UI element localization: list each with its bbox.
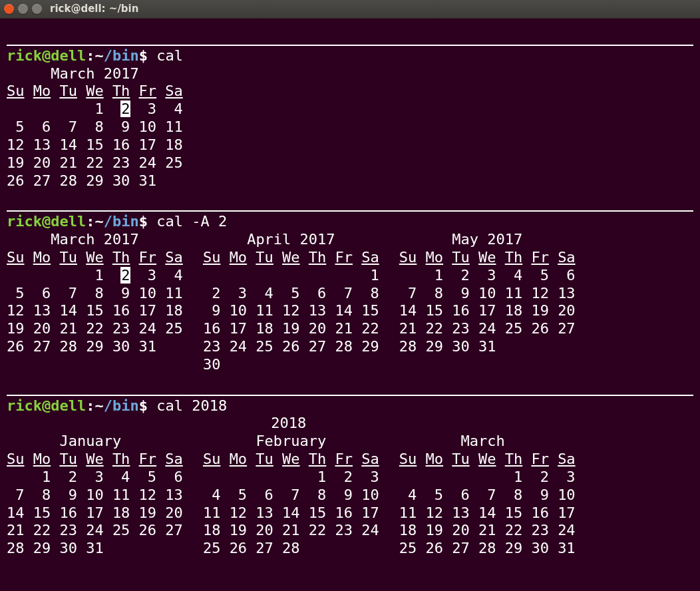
calendar-block: March 2017 Su Mo Tu We Th Fr Sa 1 2 3 4 … (7, 65, 693, 190)
prompt-user: rick (7, 47, 42, 64)
calendar-day: 19 (531, 302, 548, 320)
calendar-day: 4 (165, 267, 182, 285)
calendar-week-row: 2 3 4 5 6 7 8 (203, 285, 379, 303)
calendar-day: 19 (7, 320, 24, 338)
calendar-day (256, 267, 273, 285)
calendar-week-row: 11 12 13 14 15 16 17 (203, 504, 379, 522)
calendar-day: 17 (361, 504, 379, 522)
calendar-day: 30 (112, 172, 130, 190)
calendar-day (7, 356, 24, 374)
calendar-day: 8 (309, 487, 326, 504)
calendar-day (165, 172, 182, 190)
calendar-week-row: 12 13 14 15 16 17 18 (7, 302, 183, 320)
calendar-day: 22 (309, 522, 326, 540)
calendar-day: 26 (426, 540, 443, 558)
calendar-week-row (7, 356, 183, 374)
terminal-body[interactable]: rick@dell:~/bin$ cal March 2017 Su Mo Tu… (0, 19, 700, 564)
calendar-today: 2 (120, 267, 130, 284)
separator (7, 210, 693, 212)
prompt-colon: : (86, 47, 94, 64)
calendar-week-row: 1 2 3 (203, 469, 379, 487)
prompt-line: rick@dell:~/bin$ cal (7, 47, 693, 65)
calendar-day: 26 (531, 320, 548, 338)
calendar-day: 8 (505, 487, 522, 504)
calendar-day (203, 267, 220, 285)
calendar-day: 26 (7, 338, 24, 356)
calendar-header-row: Su Mo Tu We Th Fr Sa (399, 249, 576, 267)
prompt-path: /bin (104, 397, 139, 414)
calendar-day-header: Su (7, 83, 24, 100)
calendar-day: 27 (33, 172, 51, 190)
calendar-day (203, 469, 220, 487)
calendar-day (452, 356, 469, 374)
calendar-day: 18 (256, 320, 273, 338)
prompt-colon: : (86, 397, 94, 414)
calendar-day-header: Su (399, 451, 417, 469)
calendar-day: 10 (139, 118, 156, 136)
calendar-day-header: Sa (361, 249, 379, 267)
calendar-day: 3 (558, 469, 575, 487)
calendar-day-header: Tu (256, 249, 273, 267)
calendar-day-header: Fr (139, 83, 156, 100)
calendar-day: 1 (86, 100, 103, 118)
calendar-day-header: Mo (230, 249, 247, 267)
calendar-day: 17 (230, 320, 247, 338)
calendar-day: 5 (282, 285, 299, 303)
calendar-day-header: Fr (139, 249, 156, 267)
calendar-day: 17 (139, 136, 156, 154)
calendar-day: 16 (112, 136, 130, 154)
calendar-day: 3 (139, 100, 156, 118)
calendar-week-row: 9 10 11 12 13 14 15 (203, 302, 379, 320)
calendar-day: 31 (478, 338, 496, 356)
calendar-day: 7 (478, 487, 496, 504)
calendar-day (282, 469, 299, 487)
maximize-icon[interactable] (32, 4, 42, 14)
calendar-day (361, 356, 379, 374)
calendar-day: 18 (203, 522, 220, 540)
calendar-day: 24 (230, 338, 247, 356)
calendar-day (282, 356, 299, 374)
calendar-day-header: Su (203, 451, 220, 469)
calendar-day (309, 540, 326, 558)
minimize-icon[interactable] (18, 4, 28, 14)
calendar-week-row: 23 24 25 26 27 28 29 (203, 338, 379, 356)
window-title: rick@dell: ~/bin (50, 3, 138, 15)
calendar-day: 30 (531, 540, 548, 558)
calendar-day-header: We (282, 249, 299, 267)
calendar-day: 29 (86, 172, 103, 190)
calendar-day (426, 356, 443, 374)
calendar-day-header: We (282, 451, 299, 469)
calendar-day: 21 (335, 320, 353, 338)
calendar-day: 29 (33, 540, 51, 558)
prompt-host: dell (51, 397, 86, 414)
prompt-symbol: $ (139, 47, 148, 64)
calendar-day: 14 (335, 302, 353, 320)
calendar-day (256, 356, 273, 374)
calendar-day (165, 540, 182, 558)
window-titlebar[interactable]: rick@dell: ~/bin (0, 0, 700, 19)
calendar-day: 7 (282, 487, 299, 504)
calendar-day: 10 (230, 302, 247, 320)
calendar-day: 18 (505, 302, 522, 320)
calendar-week-row: 21 22 23 24 25 26 27 (399, 320, 576, 338)
calendar-day (505, 356, 522, 374)
calendar-day: 31 (139, 172, 156, 190)
calendar-header-row: Su Mo Tu We Th Fr Sa (399, 451, 576, 469)
calendar-week-row: 5 6 7 8 9 10 11 (7, 118, 183, 136)
calendar-day: 15 (33, 504, 51, 522)
calendar-week-row: 7 8 9 10 11 12 13 (399, 285, 576, 303)
calendar-day: 8 (33, 487, 51, 504)
calendar-day: 23 (112, 154, 130, 172)
calendar-day: 27 (165, 522, 182, 540)
calendar-day: 13 (165, 487, 182, 504)
command-text: cal (148, 47, 183, 64)
calendar-day: 5 (230, 487, 247, 504)
calendar-day: 29 (426, 338, 443, 356)
calendar-day: 18 (165, 302, 182, 320)
calendar-day: 28 (478, 540, 496, 558)
close-icon[interactable] (4, 4, 14, 14)
calendar-day (33, 100, 51, 118)
calendar-day: 20 (558, 302, 575, 320)
calendar-day: 22 (33, 522, 51, 540)
calendar-day: 6 (256, 487, 273, 504)
